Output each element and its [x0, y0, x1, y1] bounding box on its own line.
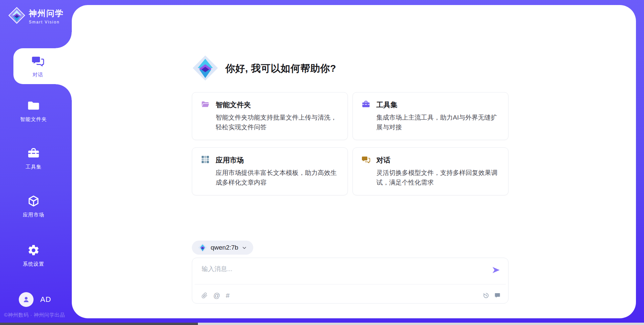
model-diamond-logo-icon [198, 243, 207, 252]
sidebar-item-settings[interactable]: 系统设置 [0, 244, 67, 267]
card-description: 集成市场上主流工具，助力AI与外界无缝扩展与对接 [376, 113, 499, 132]
sidebar-item-app-market[interactable]: 应用市场 [0, 195, 67, 218]
sidebar-item-label: 系统设置 [23, 261, 44, 267]
grid-icon [201, 155, 210, 165]
history-icon[interactable] [483, 292, 489, 299]
hash-icon[interactable]: # [226, 292, 229, 299]
model-name: qwen2:7b [211, 244, 238, 251]
brand-subtitle: Smart Vision [29, 20, 64, 24]
mention-icon[interactable]: @ [213, 292, 220, 299]
sidebar-item-label: 工具集 [25, 164, 42, 170]
user-name: AD [40, 295, 51, 304]
greeting-diamond-logo-icon [192, 55, 219, 83]
greeting: 你好, 我可以如何帮助你? [192, 55, 336, 83]
cube-icon [27, 195, 40, 209]
sidebar-item-chat[interactable]: 对话 [13, 48, 72, 84]
sidebar-item-smart-folder[interactable]: 智能文件夹 [0, 99, 67, 123]
card-toolset[interactable]: 工具集 集成市场上主流工具，助力AI与外界无缝扩展与对接 [353, 92, 508, 140]
horizontal-scrollbar[interactable] [0, 323, 644, 325]
gear-icon [27, 244, 40, 258]
card-title: 智能文件夹 [216, 100, 251, 110]
card-title: 对话 [376, 155, 390, 165]
card-description: 智能文件夹功能支持批量文件上传与清洗，轻松实现文件问答 [216, 113, 339, 132]
sidebar-item-label: 智能文件夹 [20, 116, 47, 123]
composer-divider [195, 284, 506, 284]
toolbox-icon [27, 147, 40, 161]
message-input[interactable] [192, 258, 508, 281]
card-smart-folder[interactable]: 智能文件夹 智能文件夹功能支持批量文件上传与清洗，轻松实现文件问答 [192, 92, 348, 140]
model-selector[interactable]: qwen2:7b [192, 241, 253, 255]
send-icon[interactable] [491, 265, 501, 275]
toolbox-icon [362, 100, 370, 110]
folder-open-icon [201, 100, 210, 110]
scrollbar-thumb[interactable] [0, 323, 198, 325]
main-panel: 你好, 我可以如何帮助你? 智能文件夹 智能文件夹功能支持批量文件上传与清洗，轻… [72, 5, 636, 318]
composer-toolbar: @ # [201, 292, 501, 299]
chat-icon [32, 55, 44, 69]
message-composer: @ # [192, 258, 508, 304]
card-title: 应用市场 [216, 155, 244, 165]
brand-diamond-logo-icon [8, 7, 25, 25]
person-icon [22, 295, 31, 304]
copyright-footer: ©神州数码 · 神州问学出品 [4, 312, 65, 318]
avatar [19, 292, 34, 307]
brand-name: 神州问学 [29, 8, 64, 19]
card-title: 工具集 [376, 100, 397, 110]
app-window: 神州问学 Smart Vision 对话 智能文件夹 [0, 0, 644, 325]
chevron-down-icon [241, 245, 247, 251]
card-app-market[interactable]: 应用市场 应用市场提供丰富长文本模板，助力高效生成多样化文章内容 [192, 147, 348, 195]
user-account[interactable]: AD [19, 292, 51, 307]
chat-icon [362, 155, 370, 165]
attachment-icon[interactable] [201, 292, 208, 299]
card-description: 应用市场提供丰富长文本模板，助力高效生成多样化文章内容 [216, 168, 339, 188]
card-description: 灵活切换多模型文件，支持多样回复效果调试，满足个性化需求 [376, 168, 499, 188]
quickstart-cards: 智能文件夹 智能文件夹功能支持批量文件上传与清洗，轻松实现文件问答 [192, 92, 508, 195]
brand: 神州问学 Smart Vision [8, 7, 64, 25]
chat-bubble-icon[interactable] [494, 292, 501, 299]
folder-icon [27, 99, 40, 113]
greeting-title: 你好, 我可以如何帮助你? [225, 62, 336, 75]
sidebar-item-label: 应用市场 [23, 212, 44, 218]
sidebar-item-label: 对话 [33, 72, 43, 78]
card-chat[interactable]: 对话 灵活切换多模型文件，支持多样回复效果调试，满足个性化需求 [353, 147, 508, 195]
sidebar: 神州问学 Smart Vision 对话 智能文件夹 [0, 0, 72, 325]
sidebar-item-toolset[interactable]: 工具集 [0, 147, 67, 170]
